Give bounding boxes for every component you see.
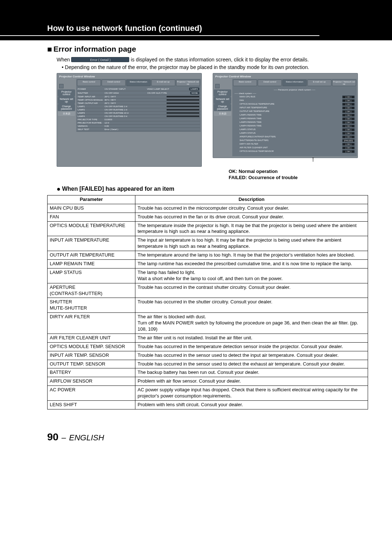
col-parameter: Parameter bbox=[48, 195, 135, 204]
main-panel: Basic controlDetail controlStatus inform… bbox=[232, 79, 357, 156]
intro-prefix: When bbox=[57, 57, 70, 62]
cell-parameter: SHUTTER MUTE-SHUTTER bbox=[48, 298, 135, 313]
chapter-header: How to use network function (continued) bbox=[0, 0, 392, 40]
tab-bar: Basic controlDetail controlStatus inform… bbox=[233, 80, 356, 86]
status-row: TEMP. OPTICS MODULE30°C / 86°F bbox=[77, 98, 200, 102]
sidebar-item[interactable]: Network set up bbox=[58, 97, 75, 104]
callout-line bbox=[213, 158, 358, 165]
sidebar-item[interactable]: Projector control bbox=[214, 89, 231, 97]
check-row: SHUTTER(MUTE-SHUTTER)[FAILED] bbox=[240, 139, 355, 142]
intro-suffix: is displayed on the status information s… bbox=[131, 57, 309, 62]
status-row: PROJECTOR RUNTIME12 H bbox=[77, 121, 200, 125]
page-footer: 90 – ENGLISH bbox=[0, 431, 392, 443]
footer-separator: – bbox=[62, 433, 66, 442]
error-table: Parameter Description MAIN CPU BUSTroubl… bbox=[47, 195, 368, 409]
table-row: OUTPUT TEMP. SENSORTrouble has occurred … bbox=[48, 360, 368, 368]
sidebar-item[interactable]: 日本語 bbox=[214, 111, 231, 116]
table-row: AC POWERAC power supply voltage input ha… bbox=[48, 386, 368, 401]
sidebar: Projector controlNetwork set upChange pa… bbox=[58, 79, 75, 132]
sidebar-item[interactable]: 日本語 bbox=[58, 111, 75, 116]
cell-description: The lamp runtime has exceeded the prescr… bbox=[135, 260, 368, 268]
cell-description: Problem with lens shift circuit. Consult… bbox=[135, 401, 368, 409]
status-row: LAMP1ON OFF RUNTIME 1 H bbox=[77, 105, 200, 108]
cell-parameter: AC POWER bbox=[48, 386, 135, 401]
tab-item[interactable]: Detail control bbox=[102, 80, 126, 86]
status-row: SHUTTERON OFF HIGHON OFF AUX.TYPENONE bbox=[77, 91, 200, 95]
window-titlebar: Projector Control Window bbox=[58, 74, 201, 79]
cell-description: Trouble has occurred in the shutter circ… bbox=[135, 298, 368, 313]
cell-parameter: FAN bbox=[48, 213, 135, 221]
cell-description: Problem with air flow sensor. Consult yo… bbox=[135, 377, 368, 386]
check-row: MAIN CPU BUS[ OK ] bbox=[240, 95, 355, 99]
check-system-sub: ----- check system ----- bbox=[233, 92, 356, 95]
check-row: AIR FILTER CLEANER UNIT[ OK ] bbox=[240, 146, 355, 150]
bullet-note-text: Depending on the nature of the error, th… bbox=[65, 64, 309, 70]
tab-item[interactable]: E-mail set up bbox=[151, 80, 175, 86]
cell-parameter: OPTICS MODULE TEMPERATURE bbox=[48, 221, 135, 236]
table-row: OPTICS MODULE TEMP. SENSORTrouble has oc… bbox=[48, 342, 368, 351]
table-header-row: Parameter Description bbox=[48, 195, 368, 204]
sidebar-item[interactable]: Projector control bbox=[58, 89, 75, 97]
tab-item[interactable]: Basic control bbox=[233, 80, 257, 86]
cell-parameter: AIR FILTER CLEANER UNIT bbox=[48, 334, 135, 342]
table-row: MAIN CPU BUSTrouble has occurred in the … bbox=[48, 204, 368, 213]
page: How to use network function (continued) … bbox=[0, 0, 392, 457]
screenshot-check-window: Projector Control Window Projector contr… bbox=[213, 73, 358, 158]
error-detail-button[interactable]: Error ( Detail ) bbox=[71, 57, 129, 62]
window-titlebar: Projector Control Window bbox=[214, 74, 357, 79]
cell-parameter: OUTPUT AIR TEMPERATURE bbox=[48, 251, 135, 260]
section-heading-text: Error information page bbox=[53, 45, 136, 53]
tab-item[interactable]: Status information bbox=[282, 80, 306, 86]
cell-parameter: OPTICS MODULE TEMP. SENSOR bbox=[48, 342, 135, 351]
check-row: DIRTY AIR FILTER[ OK ] bbox=[240, 142, 355, 146]
table-row: AIR FILTER CLEANER UNITThe air filter un… bbox=[48, 334, 368, 342]
col-description: Description bbox=[135, 195, 368, 204]
tab-item[interactable]: E-mail set up bbox=[307, 80, 331, 86]
section-heading: ■Error information page bbox=[47, 45, 368, 54]
page-number: 90 bbox=[47, 431, 58, 443]
sidebar-item[interactable]: Change password bbox=[58, 104, 75, 111]
table-row: APERTURE (CONTRAST-SHUTTER)Trouble has o… bbox=[48, 283, 368, 298]
check-system-header: ----- Panasonic projector check system -… bbox=[233, 87, 356, 92]
check-row: APERTURE(CONTRAST-SHUTTER)[ OK ] bbox=[240, 135, 355, 139]
check-row: OPTICS MODULE TEMP.SENSOR[ OK ] bbox=[240, 150, 355, 153]
check-row: INPUT AIR TEMPERATURE[ OK ] bbox=[240, 106, 355, 110]
tab-item[interactable]: Projector / Network set up bbox=[332, 80, 356, 86]
table-row: LAMP REMAIN TIMEThe lamp runtime has exc… bbox=[48, 260, 368, 268]
status-row: LAMP2ON OFF RUNTIME 1 H bbox=[77, 108, 200, 112]
content-area: ■Error information page When Error ( Det… bbox=[0, 40, 392, 409]
cell-parameter: OUTPUT TEMP. SENSOR bbox=[48, 360, 135, 368]
cell-parameter: LENS SHIFT bbox=[48, 401, 135, 409]
subheading: ●When [FAILED] has appeared for an item bbox=[57, 185, 368, 193]
bullet-note: • Depending on the nature of the error, … bbox=[62, 64, 368, 71]
table-row: LENS SHIFTProblem with lens shift circui… bbox=[48, 401, 368, 409]
table-row: AIRFLOW SENSORProblem with air flow sens… bbox=[48, 377, 368, 386]
intro-paragraph: When Error ( Detail ) is displayed on th… bbox=[57, 56, 368, 63]
cell-description: The input air temperature is too high. I… bbox=[135, 236, 368, 251]
cell-description: The temperature inside the projector is … bbox=[135, 221, 368, 236]
status-row: TEMP. INPUT AIR29°C / 84°F bbox=[77, 95, 200, 98]
tab-item[interactable]: Basic control bbox=[77, 80, 101, 86]
tab-item[interactable]: Status information bbox=[126, 80, 150, 86]
status-row: VERSION0.09 bbox=[77, 125, 200, 128]
cell-parameter: INPUT AIR TEMPERATURE bbox=[48, 236, 135, 251]
check-row: OPTICS MODULE TEMPERATURE[ OK ] bbox=[240, 102, 355, 106]
table-row: SHUTTER MUTE-SHUTTERTrouble has occurred… bbox=[48, 298, 368, 313]
tab-item[interactable]: Detail control bbox=[258, 80, 282, 86]
table-row: FANTrouble has occurred in the fan or it… bbox=[48, 213, 368, 221]
sidebar-item[interactable]: Change password bbox=[214, 104, 231, 111]
cell-description: The backup battery has been run out. Con… bbox=[135, 368, 368, 377]
round-bullet-icon: ● bbox=[57, 185, 61, 193]
screenshot-pair: Projector Control Window Projector contr… bbox=[57, 73, 368, 167]
cell-description: Trouble has occurred in the sensor used … bbox=[135, 360, 368, 368]
status-row: PROJECTOR TYPED10000 bbox=[77, 118, 200, 121]
status-legend: OK: Normal operation FAILED: Occurrence … bbox=[229, 168, 368, 181]
cell-description: Trouble has occurred in the sensor used … bbox=[135, 351, 368, 360]
tab-item[interactable]: Projector / Network set up bbox=[176, 80, 200, 86]
sidebar-item[interactable]: Network set up bbox=[214, 97, 231, 104]
check-row: LAMP1 STATUS[ OK ] bbox=[240, 128, 355, 132]
cell-description: The air filter is blocked with dust. Tur… bbox=[135, 313, 368, 334]
status-row: SELF TESTError ( Detail ) bbox=[77, 128, 200, 131]
table-row: LAMP STATUSThe lamp has failed to light.… bbox=[48, 268, 368, 283]
table-row: OPTICS MODULE TEMPERATUREThe temperature… bbox=[48, 221, 368, 236]
